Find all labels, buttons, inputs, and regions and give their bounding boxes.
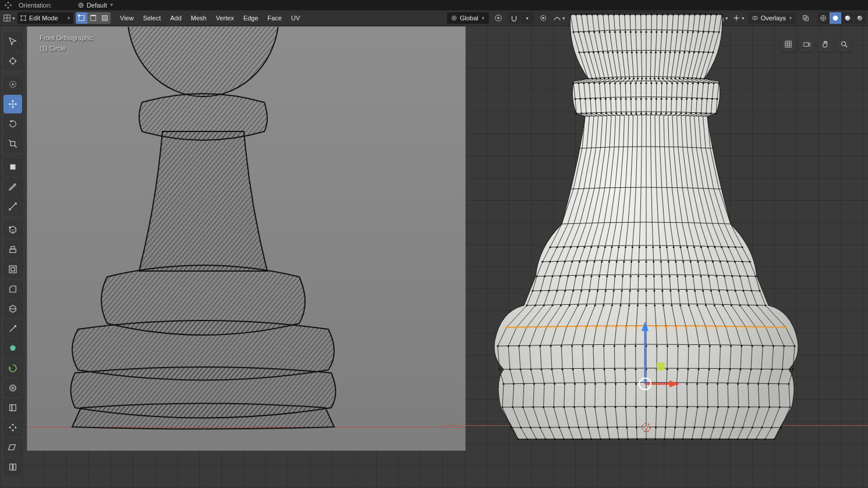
svg-point-71	[721, 13, 722, 15]
vertex-select-mode[interactable]	[76, 12, 87, 24]
svg-point-592	[764, 438, 766, 440]
orientation-value: Default	[87, 2, 107, 9]
tool-shrink[interactable]	[3, 418, 22, 437]
svg-point-182	[692, 82, 694, 84]
svg-point-348	[653, 290, 655, 291]
face-select-mode[interactable]	[99, 12, 111, 24]
menu-add[interactable]: Add	[165, 12, 186, 24]
svg-point-585	[700, 438, 702, 440]
svg-point-296	[697, 261, 699, 262]
svg-point-79	[609, 31, 611, 33]
svg-point-540	[549, 426, 551, 428]
menu-view[interactable]: View	[115, 12, 139, 24]
svg-point-74	[583, 31, 584, 33]
nav-grid-icon[interactable]	[781, 37, 796, 52]
tool-spin[interactable]	[3, 359, 22, 377]
svg-point-520	[635, 406, 637, 408]
tool-rip[interactable]	[3, 458, 22, 476]
svg-rect-7	[79, 16, 84, 21]
tool-poly-build[interactable]	[3, 339, 22, 358]
tool-knife[interactable]	[3, 319, 22, 338]
tool-loop-cut[interactable]	[3, 300, 22, 318]
svg-point-580	[654, 438, 656, 440]
svg-point-161	[583, 82, 584, 84]
svg-point-558	[722, 426, 724, 428]
tool-rotate[interactable]	[3, 115, 22, 133]
svg-point-315	[622, 275, 623, 277]
editor-type-icon[interactable]: ▼	[2, 12, 16, 24]
menu-mesh[interactable]: Mesh	[186, 12, 211, 24]
menu-edge[interactable]: Edge	[239, 12, 263, 24]
tool-bevel[interactable]	[3, 280, 22, 298]
svg-point-587	[718, 438, 720, 440]
svg-point-486	[584, 383, 586, 384]
svg-point-564	[780, 426, 782, 428]
svg-point-510	[532, 406, 534, 408]
tool-cursor[interactable]	[3, 52, 22, 70]
tool-measure[interactable]	[3, 197, 22, 216]
svg-point-278	[564, 261, 566, 262]
svg-point-49	[602, 13, 604, 15]
tool-move[interactable]	[3, 95, 22, 113]
svg-point-470	[718, 368, 720, 370]
tool-add-cube[interactable]	[3, 220, 22, 239]
svg-point-460	[614, 368, 615, 370]
svg-rect-34	[10, 249, 16, 252]
svg-point-562	[761, 426, 763, 428]
svg-point-407	[665, 326, 667, 329]
svg-point-142	[637, 77, 639, 79]
svg-point-542	[568, 426, 570, 428]
model-viewport-area[interactable]	[442, 26, 868, 488]
svg-point-530	[738, 406, 739, 408]
svg-point-303	[749, 261, 750, 262]
svg-point-311	[590, 275, 592, 277]
menu-uv[interactable]: UV	[286, 12, 304, 24]
svg-point-262	[659, 246, 661, 248]
svg-point-549	[636, 426, 637, 428]
mode-selector[interactable]: Edit Mode ▼	[17, 12, 73, 24]
svg-point-299	[720, 261, 721, 262]
tool-extrude[interactable]	[3, 240, 22, 259]
menu-select[interactable]: Select	[139, 12, 166, 24]
transform-orient-icon[interactable]	[2, 1, 14, 10]
svg-point-310	[583, 275, 584, 277]
menu-face[interactable]: Face	[263, 12, 286, 24]
nav-camera-icon[interactable]	[799, 37, 814, 52]
svg-point-385	[722, 304, 724, 306]
orientation-dropdown[interactable]: Default ▼	[74, 1, 118, 10]
svg-point-452	[530, 368, 532, 370]
menu-vertex[interactable]: Vertex	[211, 12, 239, 24]
svg-point-117	[655, 51, 657, 53]
tool-smooth[interactable]	[3, 379, 22, 397]
tool-edge-slide[interactable]	[3, 398, 22, 417]
svg-point-506	[788, 383, 789, 384]
svg-point-434	[645, 345, 647, 347]
svg-point-316	[630, 275, 632, 277]
svg-point-483	[554, 383, 555, 384]
nav-zoom-icon[interactable]	[837, 37, 852, 52]
tool-transform[interactable]	[3, 158, 22, 176]
rendered-shading[interactable]	[854, 12, 866, 24]
svg-point-78	[604, 31, 605, 33]
svg-point-417	[765, 326, 767, 329]
nav-pan-icon[interactable]	[818, 37, 833, 52]
viewport[interactable]: Front Orthographic (1) Circle	[0, 26, 868, 488]
svg-point-392	[515, 326, 518, 329]
edge-select-mode[interactable]	[87, 12, 99, 24]
tool-shear[interactable]	[3, 438, 22, 457]
svg-point-572	[581, 438, 583, 440]
svg-point-603	[842, 42, 846, 46]
tool-select-box[interactable]	[3, 32, 22, 51]
tool-inset[interactable]	[3, 260, 22, 279]
svg-point-522	[656, 406, 657, 408]
tool-scale[interactable]	[3, 134, 22, 153]
svg-point-504	[767, 383, 769, 384]
svg-point-412	[715, 326, 717, 329]
tool-select-circle[interactable]	[3, 75, 22, 94]
svg-point-298	[712, 261, 714, 262]
svg-point-206	[665, 98, 667, 99]
tool-annotate[interactable]	[3, 177, 22, 196]
svg-point-331	[747, 275, 749, 277]
svg-point-375	[637, 304, 639, 306]
svg-point-397	[565, 326, 568, 329]
